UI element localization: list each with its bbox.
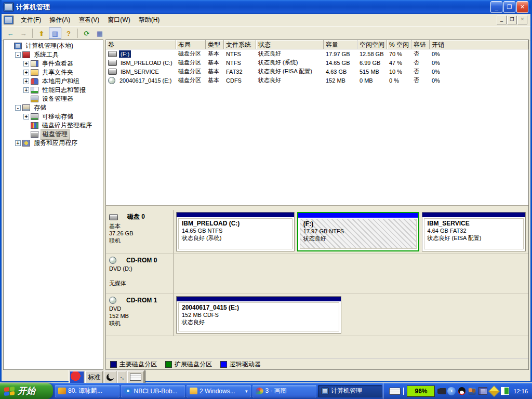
tree-expander[interactable]: - bbox=[15, 105, 21, 111]
hard-disk-icon bbox=[108, 51, 117, 57]
disk-management-pane: 卷布局类型文件系统状态容量空闲空间% 空闲容错开销 (F:)磁盘分区基本NTFS… bbox=[105, 39, 529, 370]
partition-color-bar bbox=[177, 212, 294, 217]
up-folder-icon: ⬆ bbox=[39, 30, 45, 37]
show-tree-button[interactable]: ▥ bbox=[49, 28, 61, 39]
table-row[interactable]: IBM_PRELOAD (C:)磁盘分区基本NTFS状态良好 (系统)14.65… bbox=[106, 58, 528, 67]
child-close-button[interactable]: ✕ bbox=[517, 16, 527, 24]
column-header-9[interactable]: 开销 bbox=[430, 40, 528, 49]
cell-fs: CDFS bbox=[224, 77, 256, 84]
disk-info-line: 联机 bbox=[109, 320, 171, 327]
restore-button[interactable]: ❐ bbox=[503, 1, 515, 13]
column-header-7[interactable]: % 空闲 bbox=[387, 40, 411, 49]
disk-info-header: CD-ROM 0 bbox=[109, 257, 171, 264]
disk-info-panel[interactable]: CD-ROM 1DVD152 MB联机 bbox=[106, 294, 174, 336]
tree-expander[interactable]: + bbox=[23, 87, 29, 93]
ime-fullwidth-toggle[interactable] bbox=[104, 371, 116, 383]
tree-expander[interactable]: + bbox=[23, 114, 29, 119]
battery-indicator[interactable]: 96% bbox=[407, 385, 435, 397]
tree-item-11[interactable]: 服务和应用程序 bbox=[32, 138, 79, 148]
disk-info-panel[interactable]: 磁盘 0基本37.26 GB联机 bbox=[106, 210, 174, 254]
task-button-2[interactable]: 2 Windows...▾ bbox=[187, 385, 251, 397]
tree-item-row: +本地用户和组 bbox=[4, 77, 103, 86]
up-folder-button[interactable]: ⬆ bbox=[36, 28, 47, 38]
power-plug-icon[interactable] bbox=[437, 389, 445, 394]
partition-block[interactable]: (F:)17.97 GB NTFS状态良好 bbox=[297, 212, 419, 251]
table-row[interactable]: (F:)磁盘分区基本NTFS状态良好17.97 GB12.58 GB70 %否0… bbox=[106, 49, 528, 58]
partition-label: IBM_PRELOAD (C:) bbox=[182, 220, 289, 227]
console-tree-pane: 计算机管理(本地)-系统工具+事件查看器+共享文件夹+本地用户和组+性能日志和警… bbox=[3, 39, 103, 370]
start-button[interactable]: 开始 bbox=[0, 383, 53, 399]
column-header-6[interactable]: 空闲空间 bbox=[357, 40, 387, 49]
column-header-2[interactable]: 类型 bbox=[206, 40, 224, 49]
tree-item-row: +共享文件夹 bbox=[4, 68, 103, 77]
collapse-chevron-icon[interactable]: ‹ bbox=[447, 387, 456, 395]
cell-volume: IBM_PRELOAD (C:) bbox=[106, 59, 176, 66]
updates-icon[interactable] bbox=[488, 385, 500, 397]
column-header-0[interactable]: 卷 bbox=[106, 40, 176, 49]
tree-expander[interactable]: + bbox=[23, 61, 29, 66]
column-header-3[interactable]: 文件系统 bbox=[224, 40, 256, 49]
task-button-4[interactable]: 计算机管理 bbox=[318, 385, 382, 397]
export-list-button[interactable]: ▦ bbox=[94, 28, 105, 38]
disk-name: CD-ROM 0 bbox=[126, 257, 157, 264]
tree-expander[interactable]: + bbox=[23, 70, 29, 75]
cell-status: 状态良好 (系统) bbox=[256, 59, 324, 66]
windows-logo-icon bbox=[4, 387, 15, 396]
cell-overhead: 0% bbox=[430, 51, 528, 57]
pen-separator-icon bbox=[403, 388, 404, 395]
minimize-button[interactable]: _ bbox=[490, 1, 502, 13]
task-button-1[interactable]: NBCLUB-Bob... bbox=[121, 385, 185, 397]
disk-name: 磁盘 0 bbox=[127, 212, 145, 221]
group-dropdown-icon[interactable]: ▾ bbox=[245, 389, 248, 394]
clock[interactable]: 12:16 bbox=[513, 388, 528, 394]
ime-language-bar[interactable]: 标准 ·, bbox=[69, 370, 145, 384]
forward-button[interactable]: → bbox=[18, 28, 29, 38]
menu-item-4[interactable]: 帮助(H) bbox=[135, 15, 164, 25]
menu-item-3[interactable]: 窗口(W) bbox=[103, 15, 134, 25]
ime-mode-label[interactable]: 标准 bbox=[85, 371, 103, 383]
refresh-button[interactable]: ⟳ bbox=[81, 28, 92, 38]
tree-expander[interactable]: + bbox=[23, 78, 29, 84]
tree-expander[interactable]: + bbox=[15, 140, 21, 146]
menu-item-1[interactable]: 操作(A) bbox=[45, 15, 74, 25]
keyboard-layout-icon[interactable] bbox=[389, 388, 401, 395]
cell-layout: 磁盘分区 bbox=[176, 50, 206, 58]
partition-block[interactable]: IBM_SERVICE4.64 GB FAT32状态良好 (EISA 配置) bbox=[422, 212, 526, 251]
table-row[interactable]: IBM_SERVICE磁盘分区基本FAT32状态良好 (EISA 配置)4.63… bbox=[106, 67, 528, 76]
ime-punctuation-toggle[interactable]: ·, bbox=[117, 371, 126, 383]
partition-block[interactable]: IBM_PRELOAD (C:)14.65 GB NTFS状态良好 (系统) bbox=[176, 212, 295, 251]
task-button-0[interactable]: 80. 谭咏麟... bbox=[55, 385, 119, 397]
disk-info-panel[interactable]: CD-ROM 0DVD (D:)无媒体 bbox=[106, 254, 174, 294]
cell-volume: IBM_SERVICE bbox=[106, 68, 176, 75]
network-icon[interactable] bbox=[478, 387, 487, 395]
forward-icon: → bbox=[20, 30, 27, 37]
close-button[interactable]: ✕ bbox=[516, 1, 528, 13]
menu-item-2[interactable]: 查看(V) bbox=[74, 15, 103, 25]
properties-help-button[interactable]: ? bbox=[63, 28, 74, 38]
column-header-8[interactable]: 容错 bbox=[411, 40, 430, 49]
tree-expander[interactable]: - bbox=[15, 52, 21, 58]
safety-flag-icon[interactable] bbox=[501, 387, 509, 395]
column-header-1[interactable]: 布局 bbox=[176, 40, 206, 49]
hard-disk-icon bbox=[109, 214, 118, 220]
child-window-icon[interactable] bbox=[4, 16, 14, 24]
qq-icon[interactable] bbox=[458, 387, 466, 395]
task-button-3[interactable]: 3 - 画图 bbox=[252, 385, 317, 397]
ime-logo-icon[interactable] bbox=[70, 371, 84, 383]
partition-block[interactable]: 20040617_0415 (E:)152 MB CDFS状态良好 bbox=[176, 296, 341, 334]
view-splitter[interactable] bbox=[106, 205, 528, 210]
child-restore-button[interactable]: ❐ bbox=[507, 16, 517, 24]
ie-icon bbox=[124, 388, 132, 394]
menu-item-0[interactable]: 文件(F) bbox=[17, 15, 45, 25]
column-header-5[interactable]: 容量 bbox=[324, 40, 357, 49]
disk-info-line: 联机 bbox=[109, 237, 171, 244]
child-minimize-button[interactable]: _ bbox=[497, 16, 507, 24]
table-row[interactable]: 20040617_0415 (E:)磁盘分区基本CDFS状态良好152 MB0 … bbox=[106, 76, 528, 85]
back-button[interactable]: ← bbox=[5, 28, 16, 38]
messenger-contacts-icon[interactable] bbox=[468, 388, 476, 395]
back-icon: ← bbox=[7, 30, 14, 37]
column-header-4[interactable]: 状态 bbox=[256, 40, 324, 49]
ime-keyboard-button[interactable] bbox=[127, 371, 144, 383]
music-icon bbox=[58, 388, 66, 394]
title-bar[interactable]: 计算机管理 _❐✕ bbox=[2, 0, 530, 14]
